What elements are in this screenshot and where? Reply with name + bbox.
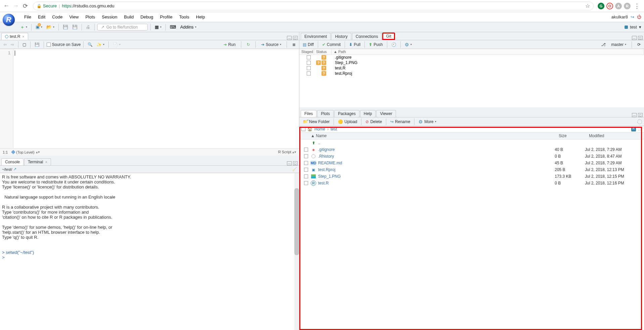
maximize-pane-icon[interactable]: ▢	[293, 36, 298, 40]
file-checkbox[interactable]	[304, 181, 308, 185]
grid-button[interactable]: ▦▾	[153, 24, 163, 30]
file-name[interactable]: .Rhistory	[318, 154, 555, 159]
maximize-pane-icon[interactable]: ▢	[638, 36, 643, 40]
language-selector[interactable]: R Script	[278, 150, 291, 154]
col-path[interactable]: ▲ Path	[332, 49, 644, 54]
menu-code[interactable]: Code	[49, 14, 66, 19]
col-size[interactable]: Size	[557, 132, 587, 139]
source-forward-button[interactable]: ⇨	[9, 42, 15, 48]
file-name[interactable]: .gitignore	[318, 147, 555, 152]
git-file-row[interactable]: ?? Step_1.PNG	[299, 60, 644, 65]
git-file-row[interactable]: ? test.R	[299, 65, 644, 71]
more-button[interactable]: ⚙More ▾	[417, 118, 437, 125]
col-staged[interactable]: Staged	[299, 49, 314, 54]
col-status[interactable]: Status	[314, 49, 332, 54]
parent-dir-row[interactable]: ⬆..	[299, 140, 644, 146]
addins-button[interactable]: Addins ▾	[179, 24, 198, 30]
stage-checkbox[interactable]	[307, 71, 311, 75]
minimize-pane-icon[interactable]: —	[287, 36, 292, 40]
stage-checkbox[interactable]	[307, 66, 311, 70]
new-file-button[interactable]: ＋▾	[19, 23, 29, 31]
packages-tab[interactable]: Packages	[334, 110, 359, 117]
close-tab-icon[interactable]: ×	[22, 35, 24, 39]
col-name[interactable]: ▲ Name	[309, 132, 557, 139]
refresh-files-icon[interactable]	[637, 119, 642, 124]
browser-menu-icon[interactable]: ⋮	[633, 2, 641, 10]
report-button[interactable]: 📄▾	[111, 42, 122, 48]
wand-button[interactable]: ✨▾	[95, 42, 106, 48]
run-button[interactable]: ➔Run	[222, 42, 237, 48]
select-all-checkbox[interactable]	[301, 127, 305, 131]
file-row[interactable]: Step_1.PNG 173.3 KB Jul 2, 2018, 12:15 P…	[299, 173, 644, 180]
clear-console-icon[interactable]: 🧹	[292, 167, 297, 171]
files-tab[interactable]: Files	[301, 110, 316, 117]
file-name[interactable]: Step_1.PNG	[318, 174, 555, 179]
branch-selector[interactable]: master ▾	[610, 42, 628, 48]
file-checkbox[interactable]	[304, 154, 308, 158]
rerun-button[interactable]: ↻	[245, 42, 251, 48]
stage-checkbox[interactable]	[307, 55, 311, 59]
file-checkbox[interactable]	[304, 168, 308, 172]
rename-button[interactable]: ↪Rename	[389, 119, 411, 125]
file-row[interactable]: MD README.md 45 B Jul 2, 2018, 7:29 AM	[299, 160, 644, 166]
git-more-button[interactable]: ⚙▾	[403, 41, 413, 48]
file-name[interactable]: test.R	[318, 181, 555, 185]
delete-button[interactable]: ⊘Delete	[364, 119, 383, 125]
outline-button[interactable]: ≣	[291, 42, 297, 48]
console-tab[interactable]: Console	[1, 158, 23, 165]
file-row[interactable]: ◈ .gitignore 40 B Jul 2, 2018, 7:29 AM	[299, 146, 644, 153]
find-button[interactable]: 🔍	[86, 42, 94, 48]
viewer-tab[interactable]: Viewer	[376, 110, 396, 117]
goto-file-input[interactable]: ↗ Go to file/function	[97, 24, 148, 31]
open-file-button[interactable]: 📂▾	[45, 24, 56, 30]
menu-plots[interactable]: Plots	[82, 14, 98, 19]
extension-opera-icon[interactable]: O	[606, 3, 613, 9]
upload-button[interactable]: 🟡Upload	[337, 119, 358, 125]
help-tab[interactable]: Help	[360, 110, 376, 117]
git-tab[interactable]: Git	[382, 33, 395, 40]
file-name[interactable]: test.Rproj	[318, 167, 555, 172]
file-checkbox[interactable]	[304, 148, 308, 152]
terminal-tab[interactable]: Terminal×	[24, 158, 51, 165]
new-project-button[interactable]: ▣▾	[34, 24, 44, 30]
connections-tab[interactable]: Connections	[352, 33, 382, 40]
menu-profile[interactable]: Profile	[157, 14, 176, 19]
close-tab-icon[interactable]: ×	[45, 160, 47, 164]
project-menu-icon[interactable]: ▾	[639, 24, 641, 30]
file-checkbox[interactable]	[304, 174, 308, 178]
more-path-icon[interactable]: …	[638, 127, 642, 131]
scrollbar-thumb[interactable]	[294, 188, 299, 255]
menu-build[interactable]: Build	[121, 14, 137, 19]
menu-session[interactable]: Session	[98, 14, 120, 19]
print-button[interactable]: 🖨	[85, 24, 92, 30]
back-button[interactable]: ←	[3, 2, 10, 10]
breadcrumb-home[interactable]: Home	[314, 127, 325, 131]
save-button[interactable]: 💾	[61, 24, 69, 30]
plots-tab[interactable]: Plots	[317, 110, 334, 117]
file-row[interactable]: R test.R 0 B Jul 2, 2018, 12:16 PM	[299, 180, 644, 186]
quit-icon[interactable]: ⏻	[637, 14, 641, 19]
minimize-pane-icon[interactable]: —	[632, 36, 637, 40]
git-file-row[interactable]: ? .gitignore	[299, 55, 644, 60]
menu-help[interactable]: Help	[193, 14, 208, 19]
minimize-pane-icon[interactable]: —	[287, 161, 292, 165]
keyboard-button[interactable]: ⌨	[168, 24, 178, 30]
project-name[interactable]: test	[630, 24, 637, 30]
bookmark-icon[interactable]: ☆	[585, 3, 590, 9]
r-project-badge-icon[interactable]: R	[631, 127, 636, 131]
save-source-button[interactable]: 💾	[33, 42, 41, 48]
commit-button[interactable]: ✔Commit	[321, 42, 342, 48]
history-button[interactable]: 🕘	[390, 42, 398, 48]
maximize-pane-icon[interactable]: ▢	[293, 161, 298, 165]
console-cwd-icon[interactable]: ↗	[13, 167, 16, 171]
maximize-pane-icon[interactable]: ▢	[638, 113, 643, 117]
file-row[interactable]: ▣ test.Rproj 205 B Jul 2, 2018, 12:13 PM	[299, 166, 644, 173]
forward-button[interactable]: →	[12, 2, 19, 10]
extension-rstudio-icon[interactable]: R	[624, 3, 631, 9]
menu-debug[interactable]: Debug	[137, 14, 156, 19]
address-bar[interactable]: 🔒 Secure | https://rstudio.cos.gmu.edu ☆	[33, 2, 594, 10]
new-folder-button[interactable]: 📁+New Folder	[301, 119, 331, 125]
breadcrumb-current[interactable]: test	[331, 127, 337, 131]
file-checkbox[interactable]	[304, 161, 308, 165]
menu-tools[interactable]: Tools	[176, 14, 193, 19]
